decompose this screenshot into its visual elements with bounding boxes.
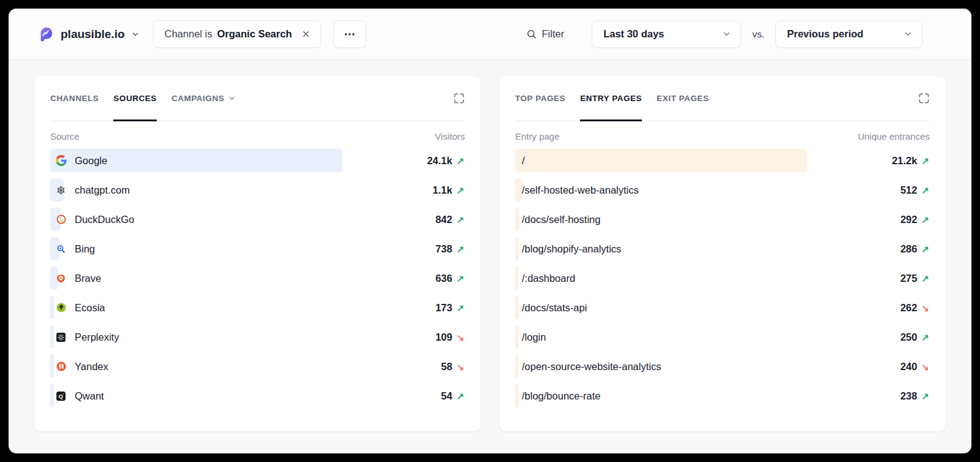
dashboard-content: CHANNELS SOURCES CAMPAIGNS Source Visito… (9, 60, 971, 431)
row-value: 109 (435, 331, 453, 343)
row-label: Ecosia (75, 302, 105, 314)
row-value: 58 (441, 361, 452, 373)
row-value: 275 (900, 273, 918, 284)
row-value: 250 (900, 331, 918, 343)
trend-up-icon: ↗ (921, 215, 929, 224)
row-label: /:dashboard (522, 273, 575, 284)
row-label: Bing (75, 243, 95, 255)
row-label: /open-source-website-analytics (522, 361, 661, 373)
table-row[interactable]: /self-hosted-web-analytics 512 ↗ (515, 178, 930, 202)
row-value: 738 (435, 243, 453, 255)
date-range-value: Last 30 days (603, 28, 664, 40)
pages-tabs: TOP PAGES ENTRY PAGES EXIT PAGES (515, 92, 930, 121)
row-value: 636 (435, 273, 453, 284)
chatgpt-icon (55, 184, 67, 196)
table-row[interactable]: Perplexity 109 ↘ (50, 325, 465, 349)
comparison-value: Previous period (787, 28, 864, 40)
trend-up-icon: ↗ (456, 215, 464, 224)
trend-up-icon: ↗ (456, 186, 464, 195)
trend-down-icon: ↘ (921, 362, 929, 371)
search-icon (526, 29, 537, 39)
row-value: 21.2k (892, 155, 917, 167)
row-value: 262 (900, 302, 918, 314)
column-header-value: Visitors (435, 131, 465, 142)
tab-sources[interactable]: SOURCES (113, 92, 157, 121)
table-row[interactable]: /docs/stats-api 262 ↘ (515, 296, 930, 319)
chevron-down-icon (722, 29, 731, 39)
sources-panel: CHANNELS SOURCES CAMPAIGNS Source Visito… (34, 76, 481, 431)
ecosia-icon (55, 302, 67, 314)
column-header-name: Source (50, 131, 80, 142)
row-label: Qwant (75, 390, 104, 402)
close-icon[interactable] (301, 29, 311, 39)
trend-up-icon: ↗ (456, 274, 464, 283)
expand-icon[interactable] (453, 92, 465, 104)
table-row[interactable]: /blog/shopify-analytics 286 ↗ (515, 237, 930, 260)
tab-top-pages[interactable]: TOP PAGES (515, 92, 565, 121)
table-row[interactable]: chatgpt.com 1.1k ↗ (50, 178, 465, 202)
table-row[interactable]: Yandex 58 ↘ (50, 355, 465, 378)
row-value: 1.1k (432, 184, 452, 196)
filter-chip-channel[interactable]: Channel is Organic Search (153, 20, 322, 48)
more-filters-button[interactable]: ⋯ (333, 20, 366, 48)
trend-up-icon: ↗ (921, 244, 929, 254)
table-row[interactable]: Brave 636 ↗ (50, 267, 465, 290)
column-header-name: Entry page (515, 131, 560, 142)
expand-icon[interactable] (918, 92, 930, 104)
trend-down-icon: ↘ (456, 362, 464, 371)
row-value: 238 (900, 390, 918, 402)
trend-up-icon: ↗ (456, 303, 464, 312)
trend-up-icon: ↗ (456, 244, 464, 254)
trend-down-icon: ↘ (921, 303, 929, 312)
tab-channels[interactable]: CHANNELS (50, 92, 99, 121)
trend-up-icon: ↗ (456, 392, 464, 401)
tab-campaigns[interactable]: CAMPAIGNS (172, 92, 236, 121)
comparison-dropdown[interactable]: Previous period (775, 21, 922, 48)
perplexity-icon (55, 331, 67, 343)
top-bar: plausible.io Channel is Organic Search ⋯… (9, 9, 971, 60)
table-row[interactable]: / 21.2k ↗ (515, 149, 930, 172)
sources-column-headers: Source Visitors (50, 131, 465, 142)
table-row[interactable]: Q Qwant 54 ↗ (50, 384, 465, 407)
row-label: Yandex (75, 361, 108, 373)
row-label: /login (522, 331, 546, 343)
date-range-dropdown[interactable]: Last 30 days (592, 21, 741, 48)
filter-label: Filter (542, 28, 565, 40)
filter-button[interactable]: Filter (526, 28, 565, 40)
site-switcher[interactable]: plausible.io (38, 26, 140, 42)
table-row[interactable]: /open-source-website-analytics 240 ↘ (515, 355, 930, 378)
app-window: plausible.io Channel is Organic Search ⋯… (9, 9, 971, 453)
yandex-icon (55, 361, 67, 373)
row-label: Perplexity (75, 331, 119, 343)
chevron-down-icon (228, 94, 236, 102)
row-value: 240 (900, 361, 918, 373)
row-value: 173 (435, 302, 453, 314)
table-row[interactable]: /login 250 ↗ (515, 325, 930, 349)
tab-entry-pages[interactable]: ENTRY PAGES (580, 92, 642, 121)
row-label: /docs/self-hosting (522, 214, 600, 225)
filter-chip-value: Organic Search (217, 28, 292, 40)
brave-icon (55, 273, 67, 284)
table-row[interactable]: Bing 738 ↗ (50, 237, 465, 260)
filter-chip-prefix: Channel is (165, 28, 213, 40)
table-row[interactable]: Ecosia 173 ↗ (50, 296, 465, 319)
row-label: /blog/shopify-analytics (522, 243, 621, 255)
row-bar (515, 149, 807, 172)
bing-icon (55, 243, 67, 255)
row-label: /self-hosted-web-analytics (522, 184, 639, 196)
sources-table: Google 24.1k ↗ chatgpt.com 1.1k ↗ DuckDu… (50, 149, 465, 407)
table-row[interactable]: /docs/self-hosting 292 ↗ (515, 208, 930, 231)
table-row[interactable]: /:dashboard 275 ↗ (515, 267, 930, 290)
svg-text:Q: Q (59, 393, 63, 399)
trend-up-icon: ↗ (921, 156, 929, 165)
row-label: /blog/bounce-rate (522, 390, 600, 402)
tab-exit-pages[interactable]: EXIT PAGES (657, 92, 709, 121)
trend-down-icon: ↘ (456, 333, 464, 342)
table-row[interactable]: /blog/bounce-rate 238 ↗ (515, 384, 930, 407)
entry-pages-table: / 21.2k ↗ /self-hosted-web-analytics 512… (515, 149, 930, 407)
table-row[interactable]: DuckDuckGo 842 ↗ (50, 208, 465, 231)
table-row[interactable]: Google 24.1k ↗ (50, 149, 465, 172)
duckduckgo-icon (55, 214, 67, 225)
pages-column-headers: Entry page Unique entrances (515, 131, 930, 142)
vs-label: vs. (752, 29, 764, 40)
